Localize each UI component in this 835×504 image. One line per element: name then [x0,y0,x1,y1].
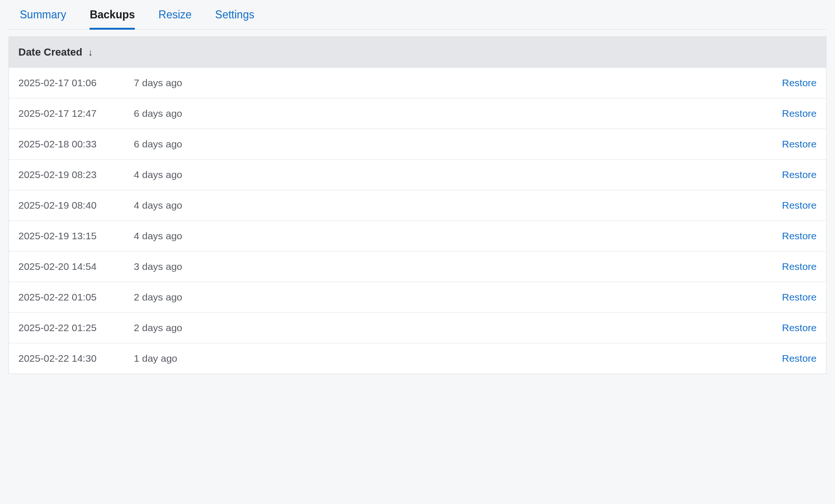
backup-date: 2025-02-19 13:15 [18,230,134,242]
restore-link[interactable]: Restore [782,200,817,211]
backup-date: 2025-02-19 08:23 [18,169,134,180]
backup-date: 2025-02-20 14:54 [18,261,134,272]
table-header-label: Date Created [18,46,82,58]
restore-link[interactable]: Restore [782,261,817,272]
backup-relative-time: 6 days ago [134,138,782,150]
tab-backups[interactable]: Backups [90,8,135,30]
backup-relative-time: 3 days ago [134,261,782,272]
backup-date: 2025-02-22 01:05 [18,292,134,303]
backup-date: 2025-02-18 00:33 [18,138,134,150]
backup-relative-time: 4 days ago [134,169,782,180]
tab-bar: Summary Backups Resize Settings [8,0,827,30]
table-row: 2025-02-17 12:476 days agoRestore [9,98,826,129]
backup-relative-time: 4 days ago [134,200,782,211]
backup-relative-time: 1 day ago [134,353,782,364]
backup-date: 2025-02-22 14:30 [18,353,134,364]
table-row: 2025-02-22 01:252 days agoRestore [9,312,826,343]
restore-link[interactable]: Restore [782,77,817,89]
tab-summary[interactable]: Summary [20,8,66,30]
restore-link[interactable]: Restore [782,292,817,303]
backup-date: 2025-02-19 08:40 [18,200,134,211]
table-row: 2025-02-20 14:543 days agoRestore [9,251,826,282]
backup-date: 2025-02-17 01:06 [18,77,134,89]
arrow-down-icon: ↓ [88,47,93,58]
table-body: 2025-02-17 01:067 days agoRestore2025-02… [9,68,826,374]
backup-date: 2025-02-22 01:25 [18,322,134,333]
restore-link[interactable]: Restore [782,353,817,364]
tab-resize[interactable]: Resize [158,8,191,30]
backup-relative-time: 2 days ago [134,322,782,333]
table-row: 2025-02-19 08:404 days agoRestore [9,190,826,220]
table-row: 2025-02-22 14:301 day agoRestore [9,343,826,374]
backups-table: Date Created ↓ 2025-02-17 01:067 days ag… [8,36,827,374]
tab-settings[interactable]: Settings [215,8,254,30]
backup-relative-time: 2 days ago [134,292,782,303]
restore-link[interactable]: Restore [782,108,817,119]
table-row: 2025-02-22 01:052 days agoRestore [9,282,826,312]
table-row: 2025-02-19 08:234 days agoRestore [9,159,826,190]
backup-date: 2025-02-17 12:47 [18,108,134,119]
backup-relative-time: 4 days ago [134,230,782,242]
backup-relative-time: 6 days ago [134,108,782,119]
table-row: 2025-02-17 01:067 days agoRestore [9,68,826,98]
table-header-date-created[interactable]: Date Created ↓ [9,37,826,68]
table-row: 2025-02-19 13:154 days agoRestore [9,220,826,251]
table-row: 2025-02-18 00:336 days agoRestore [9,129,826,159]
restore-link[interactable]: Restore [782,169,817,180]
restore-link[interactable]: Restore [782,138,817,150]
restore-link[interactable]: Restore [782,322,817,333]
restore-link[interactable]: Restore [782,230,817,242]
backup-relative-time: 7 days ago [134,77,782,89]
